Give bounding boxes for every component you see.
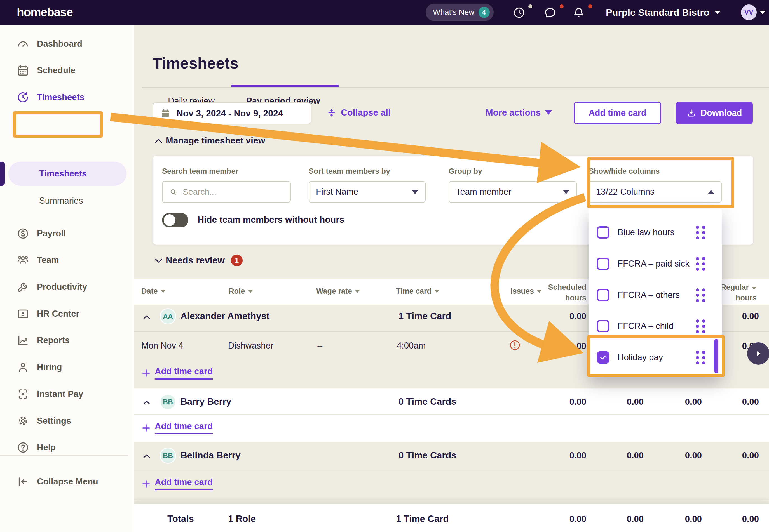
collapse-group-chevron[interactable] bbox=[142, 453, 151, 459]
user-avatar[interactable]: VV bbox=[741, 4, 757, 20]
chevron-down-icon bbox=[714, 11, 721, 14]
download-button[interactable]: Download bbox=[676, 102, 753, 124]
column-header-time-card[interactable]: Time card bbox=[396, 287, 439, 296]
sidebar-item-instant-pay[interactable]: Instant Pay bbox=[0, 382, 134, 406]
column-option-ffcra-child[interactable]: FFCRA – child bbox=[589, 312, 722, 340]
sidebar-divider bbox=[0, 455, 128, 456]
sort-caret-icon bbox=[355, 290, 360, 293]
detail-date[interactable]: Mon Nov 4 bbox=[141, 341, 183, 351]
plus-icon bbox=[141, 368, 151, 378]
whats-new-button[interactable]: What's New 4 bbox=[426, 4, 494, 21]
drag-handle-icon[interactable] bbox=[696, 351, 706, 364]
needs-review-toggle[interactable]: Needs review bbox=[166, 255, 225, 266]
add-time-card-button[interactable]: Add time card bbox=[574, 102, 661, 124]
add-time-card-link[interactable]: Add time card bbox=[141, 366, 213, 380]
totals-scheduled-hours: 0.00 bbox=[550, 514, 586, 524]
calendar-icon bbox=[17, 64, 29, 77]
checkbox-unchecked[interactable] bbox=[597, 320, 609, 332]
column-header-wage-rate[interactable]: Wage rate bbox=[316, 287, 360, 296]
column-header-scheduled-hours[interactable]: Scheduled hours bbox=[536, 282, 586, 303]
show-hide-columns-select[interactable]: 13/22 Columns bbox=[589, 181, 722, 203]
calendar-icon bbox=[160, 108, 170, 118]
sidebar-item-hr-center[interactable]: HR Center bbox=[0, 302, 134, 326]
column-option-blue-law-hours[interactable]: Blue law hours bbox=[589, 218, 722, 246]
avatar-chevron-down-icon[interactable] bbox=[759, 11, 766, 14]
id-card-icon bbox=[17, 307, 29, 320]
collapse-menu-label: Collapse Menu bbox=[37, 477, 98, 487]
collapse-all-icon bbox=[327, 108, 336, 117]
detail-time-card[interactable]: 4:00am bbox=[397, 341, 426, 351]
chat-icon[interactable] bbox=[544, 6, 557, 19]
add-time-card-link[interactable]: Add time card bbox=[141, 477, 213, 490]
sidebar-item-team[interactable]: Team bbox=[0, 248, 134, 272]
sidebar-item-label: HR Center bbox=[37, 309, 79, 319]
whats-new-count-badge: 4 bbox=[479, 7, 490, 18]
column-option-holiday-pay[interactable]: Holiday pay bbox=[589, 343, 722, 371]
drag-handle-icon[interactable] bbox=[696, 257, 706, 271]
checkbox-unchecked[interactable] bbox=[597, 289, 609, 301]
bell-icon[interactable] bbox=[572, 6, 585, 19]
sidebar-item-productivity[interactable]: Productivity bbox=[0, 275, 134, 299]
drag-handle-icon[interactable] bbox=[696, 319, 706, 333]
collapse-all-label: Collapse all bbox=[341, 107, 391, 118]
collapse-all-button[interactable]: Collapse all bbox=[327, 107, 391, 118]
sort-caret-icon bbox=[434, 290, 439, 293]
person-icon bbox=[17, 361, 29, 374]
column-header-date[interactable]: Date bbox=[141, 287, 166, 296]
collapse-menu-button[interactable]: Collapse Menu bbox=[0, 470, 134, 493]
time-clock-icon[interactable] bbox=[513, 6, 526, 19]
company-name: Purple Standard Bistro bbox=[606, 7, 709, 18]
sidebar-subitem-summaries[interactable]: Summaries bbox=[39, 196, 83, 206]
drag-handle-icon[interactable] bbox=[696, 226, 706, 239]
column-header-role[interactable]: Role bbox=[229, 287, 253, 296]
scroll-columns-right-button[interactable] bbox=[747, 342, 769, 365]
collapse-group-chevron[interactable] bbox=[142, 399, 151, 406]
hide-members-toggle[interactable] bbox=[162, 213, 188, 227]
company-selector[interactable]: Purple Standard Bistro bbox=[606, 0, 721, 25]
checkbox-unchecked[interactable] bbox=[597, 258, 609, 270]
sidebar-item-dashboard[interactable]: Dashboard bbox=[0, 32, 134, 56]
search-label: Search team member bbox=[162, 167, 238, 176]
checkbox-checked[interactable] bbox=[597, 351, 609, 364]
sidebar-item-hiring[interactable]: Hiring bbox=[0, 356, 134, 379]
search-team-member-field[interactable] bbox=[162, 181, 291, 203]
chevron-down-icon[interactable] bbox=[154, 257, 163, 264]
sidebar: Dashboard Schedule Timesheets Timesheets… bbox=[0, 25, 134, 532]
question-circle-icon bbox=[17, 441, 29, 454]
sidebar-item-schedule[interactable]: Schedule bbox=[0, 59, 134, 82]
sort-caret-icon bbox=[161, 290, 166, 293]
sidebar-item-timesheets[interactable]: Timesheets bbox=[0, 86, 134, 109]
sidebar-item-payroll[interactable]: Payroll bbox=[0, 222, 134, 245]
toggle-knob bbox=[164, 214, 175, 226]
chat-alert-dot bbox=[560, 4, 564, 8]
more-actions-button[interactable]: More actions bbox=[486, 107, 552, 118]
add-time-card-link[interactable]: Add time card bbox=[141, 421, 213, 434]
group-by-select[interactable]: Team member bbox=[449, 181, 577, 203]
column-option-ffcra-others[interactable]: FFCRA – others bbox=[589, 281, 722, 309]
group-col-value: 0.00 bbox=[666, 451, 702, 461]
totals-label: Totals bbox=[167, 514, 194, 524]
search-input[interactable] bbox=[182, 187, 283, 197]
sidebar-subitem-timesheets[interactable]: Timesheets bbox=[39, 169, 87, 179]
group-col-value: 0.00 bbox=[607, 451, 644, 461]
chevron-up-icon bbox=[708, 190, 714, 194]
dropdown-scrollbar[interactable] bbox=[714, 339, 718, 373]
group-col-value: 0.00 bbox=[607, 397, 644, 407]
date-range-picker[interactable]: Nov 3, 2024 - Nov 9, 2024 bbox=[152, 102, 311, 124]
collapse-group-chevron[interactable] bbox=[142, 314, 151, 320]
totals-regular-hours: 0.00 bbox=[723, 514, 759, 524]
group-scheduled-hours: 0.00 bbox=[550, 451, 586, 461]
chevron-down-icon bbox=[545, 110, 552, 115]
row-divider bbox=[134, 414, 769, 415]
top-navbar: homebase What's New 4 Purple Standard Bi… bbox=[0, 0, 769, 25]
checkbox-unchecked[interactable] bbox=[597, 226, 609, 239]
column-option-ffcra-paid-sick[interactable]: FFCRA – paid sick bbox=[589, 250, 722, 278]
sidebar-item-label: Schedule bbox=[37, 65, 76, 76]
issue-warning-icon[interactable] bbox=[509, 340, 521, 351]
manage-view-toggle[interactable]: Manage timesheet view bbox=[166, 135, 265, 146]
chevron-up-icon[interactable] bbox=[154, 137, 163, 145]
sidebar-item-reports[interactable]: Reports bbox=[0, 329, 134, 352]
totals-role: 1 Role bbox=[228, 514, 256, 524]
drag-handle-icon[interactable] bbox=[696, 288, 706, 302]
sort-select[interactable]: First Name bbox=[309, 181, 426, 203]
